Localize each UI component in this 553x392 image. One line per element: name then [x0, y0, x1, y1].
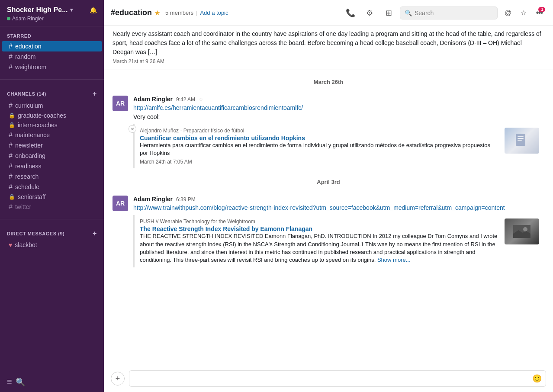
- sidebar-item-research[interactable]: # research: [2, 171, 102, 182]
- messages-area: Nearly every assistant coach and coordin…: [104, 26, 553, 365]
- channels-section-title: CHANNELS (14) +: [0, 90, 104, 100]
- sidebar-item-label: graduate-coaches: [18, 112, 66, 119]
- message-body: Very cool!: [133, 112, 544, 122]
- phone-icon[interactable]: 📞: [343, 5, 358, 21]
- sidebar-item-label: newsletter: [15, 142, 43, 149]
- preview-title-link[interactable]: The Reactive Strength Index Revisited by…: [140, 225, 312, 232]
- search-icon: 🔍: [405, 10, 412, 16]
- message-header: Adam Ringler 9:42 AM ☆: [133, 96, 544, 103]
- header-actions: 📞 ⚙ ⊞ 🔍 @ ☆ ••• 1: [343, 5, 546, 21]
- attach-file-button[interactable]: +: [111, 372, 125, 386]
- online-status-dot: [7, 17, 10, 20]
- message-favorite-icon[interactable]: ☆: [199, 96, 203, 103]
- message-input-area: + 🙂: [104, 365, 553, 392]
- workspace-name[interactable]: Shocker High Pe... ▾ 🔔: [7, 6, 97, 14]
- search-box[interactable]: 🔍: [400, 6, 498, 19]
- starred-section: STARRED # education # random # weightroo…: [0, 26, 104, 76]
- hash-icon: #: [9, 131, 13, 139]
- sidebar-toggle-icon[interactable]: ⊞: [381, 5, 396, 21]
- top-message-text: Nearly every assistant coach and coordin…: [113, 29, 544, 57]
- sidebar-item-newsletter[interactable]: # newsletter: [2, 140, 102, 151]
- sidebar-item-label: slackbot: [15, 241, 37, 248]
- avatar: AR: [113, 96, 128, 111]
- channel-name: #education: [111, 8, 152, 17]
- emoji-picker-icon[interactable]: 🙂: [532, 374, 542, 383]
- sidebar-item-label: schedule: [15, 183, 39, 190]
- message-author: Adam Ringler: [133, 96, 173, 103]
- more-options-icon[interactable]: ••• 1: [532, 6, 546, 20]
- photo-icon: [513, 225, 530, 238]
- message-input[interactable]: [129, 370, 546, 387]
- message-link-text: http://www.trainwithpush.com/blog/reacti…: [133, 203, 544, 212]
- hash-icon: #: [9, 152, 13, 160]
- lock-icon: 🔒: [9, 112, 15, 119]
- doc-icon: [513, 132, 530, 149]
- lock-icon: 🔒: [9, 194, 15, 200]
- preview-image-inner: [505, 128, 539, 154]
- channel-header: #education ★ 5 members | Add a topic 📞 ⚙…: [104, 0, 553, 26]
- preview-source: PUSH // Wearable Technology for the Weig…: [140, 218, 499, 225]
- member-count: 5 members: [165, 10, 193, 16]
- hash-icon: #: [9, 53, 13, 61]
- sidebar-item-seniorstaff[interactable]: 🔒 seniorstaff: [2, 192, 102, 202]
- user-status: Adam Ringler: [7, 16, 97, 22]
- main-content: #education ★ 5 members | Add a topic 📞 ⚙…: [104, 0, 553, 392]
- sidebar-item-curriculum[interactable]: # curriculum: [2, 100, 102, 111]
- hash-icon: #: [9, 183, 13, 191]
- search-input[interactable]: [415, 10, 493, 16]
- message-block: AR Adam Ringler 9:42 AM ☆ http://amlfc.e…: [104, 92, 553, 172]
- add-channel-button[interactable]: +: [93, 90, 97, 98]
- sidebar-item-schedule[interactable]: # schedule: [2, 182, 102, 192]
- add-dm-button[interactable]: +: [93, 230, 97, 238]
- channel-star-icon[interactable]: ★: [154, 10, 160, 16]
- message-input-wrapper: 🙂: [129, 370, 546, 387]
- sidebar-item-graduate-coaches[interactable]: 🔒 graduate-coaches: [2, 111, 102, 120]
- search-filter-icon[interactable]: 🔍: [16, 377, 25, 387]
- dm-section-title: DIRECT MESSAGES (9) +: [0, 230, 104, 240]
- sidebar-item-label: weightroom: [15, 64, 46, 71]
- date-divider-march26: March 26th: [104, 72, 553, 92]
- lock-icon: 🔒: [9, 122, 15, 128]
- link-preview: ✕ Alejandro Muñoz - Preparador físico de…: [133, 124, 544, 168]
- preview-text: Alejandro Muñoz - Preparador físico de f…: [140, 128, 499, 165]
- sidebar-item-onboarding[interactable]: # onboarding: [2, 151, 102, 161]
- star-icon[interactable]: ☆: [517, 6, 530, 20]
- at-icon[interactable]: @: [501, 6, 515, 20]
- message-content: Adam Ringler 9:42 AM ☆ http://amlfc.es/h…: [133, 96, 544, 168]
- at-symbol: @: [505, 9, 511, 17]
- notification-bell-icon[interactable]: 🔔: [90, 6, 97, 13]
- settings-icon[interactable]: ⚙: [362, 5, 377, 21]
- add-topic-link[interactable]: Add a topic: [200, 10, 228, 16]
- sidebar-item-readiness[interactable]: # readiness: [2, 161, 102, 171]
- starred-section-title: STARRED: [0, 33, 104, 41]
- top-message: Nearly every assistant coach and coordin…: [104, 26, 553, 70]
- message-header: Adam Ringler 6:39 PM: [133, 196, 544, 202]
- sidebar-item-label: education: [15, 43, 42, 50]
- sidebar-item-weightroom[interactable]: # weightroom: [2, 62, 102, 72]
- link-preview: PUSH // Wearable Technology for the Weig…: [133, 215, 544, 267]
- channel-meta: 5 members | Add a topic: [165, 10, 228, 16]
- sidebar-item-label: intern-coaches: [18, 122, 58, 129]
- sidebar-item-education[interactable]: # education: [2, 41, 102, 51]
- svg-rect-2: [518, 138, 524, 139]
- sidebar-item-label: seniorstaff: [18, 193, 45, 200]
- preview-title-link[interactable]: Cuantificar cambios en el rendimiento ut…: [140, 135, 305, 141]
- sidebar-footer: ≡ 🔍: [0, 372, 104, 392]
- hash-icon: #: [9, 42, 13, 50]
- sidebar-item-twitter[interactable]: # twitter: [2, 202, 102, 212]
- filter-icon[interactable]: ≡: [7, 377, 12, 387]
- workspace-chevron-icon: ▾: [70, 7, 73, 13]
- sidebar-item-slackbot[interactable]: ♥ slackbot: [2, 240, 102, 250]
- preview-text: PUSH // Wearable Technology for the Weig…: [140, 218, 499, 264]
- hash-icon: #: [9, 102, 13, 109]
- sidebar-item-label: twitter: [15, 203, 31, 210]
- heart-icon: ♥: [9, 241, 12, 248]
- sidebar-item-maintenance[interactable]: # maintenance: [2, 130, 102, 140]
- show-more-link[interactable]: Show more...: [377, 257, 411, 263]
- message-url-link[interactable]: http://www.trainwithpush.com/blog/reacti…: [133, 204, 505, 211]
- sidebar-item-intern-coaches[interactable]: 🔒 intern-coaches: [2, 120, 102, 130]
- hash-icon: #: [9, 162, 13, 170]
- sidebar-item-random[interactable]: # random: [2, 51, 102, 62]
- message-url-link[interactable]: http://amlfc.es/herramientacuantificarca…: [133, 104, 303, 111]
- preview-close-button[interactable]: ✕: [129, 125, 136, 133]
